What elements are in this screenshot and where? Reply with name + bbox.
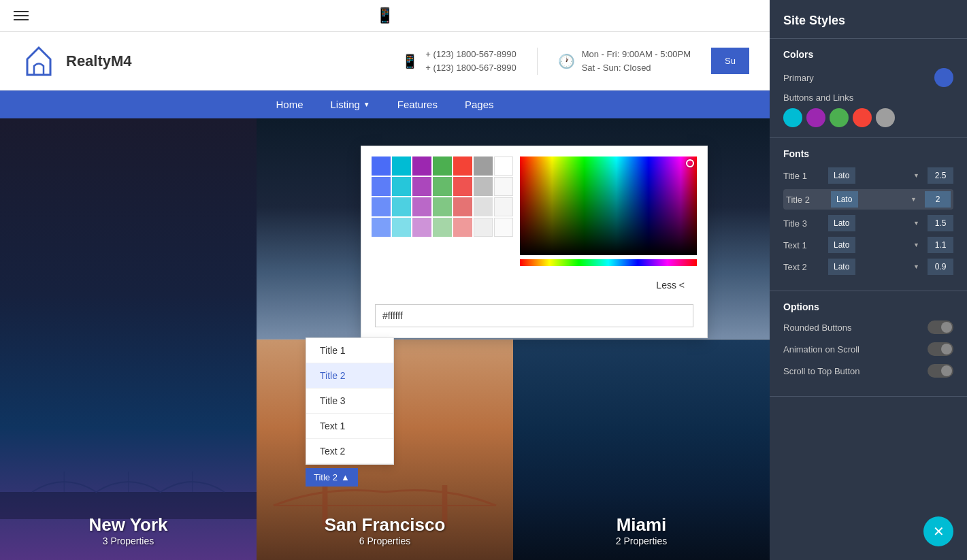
color-teal[interactable] xyxy=(783,108,802,127)
swatch[interactable] xyxy=(494,177,513,196)
nav-item-home[interactable]: Home xyxy=(276,99,303,110)
nav-item-listing[interactable]: Listing ▼ xyxy=(331,99,370,110)
city-card-new-york[interactable]: New York 3 Properties xyxy=(0,118,257,560)
gradient-cursor xyxy=(686,159,694,167)
font-dropdown-title1[interactable]: Title 1 xyxy=(306,338,393,363)
swatch[interactable] xyxy=(412,157,431,176)
color-picker-top xyxy=(372,157,697,266)
swatch[interactable] xyxy=(453,177,472,196)
primary-color-swatch[interactable] xyxy=(934,68,953,87)
clock-icon: 🕐 xyxy=(558,53,575,69)
font-dropdown-text2[interactable]: Text 2 xyxy=(306,439,393,464)
swatch[interactable] xyxy=(494,197,513,216)
font-dropdown-title2[interactable]: Title 2 xyxy=(306,363,393,389)
less-button[interactable]: Less < xyxy=(651,274,690,296)
font-row-title1: Title 1 Lato xyxy=(783,167,953,184)
color-green[interactable] xyxy=(830,108,849,127)
font-label-title1: Title 1 xyxy=(783,171,824,181)
swatch[interactable] xyxy=(392,218,411,237)
font-size-title3[interactable] xyxy=(928,215,953,231)
hex-input[interactable] xyxy=(375,304,693,327)
swatch[interactable] xyxy=(474,177,493,196)
font-dropdown-popup[interactable]: Title 1 Title 2 Title 3 Text 1 Text 2 xyxy=(306,337,394,465)
swatch[interactable] xyxy=(433,157,452,176)
swatch[interactable] xyxy=(372,157,391,176)
close-button[interactable]: ✕ xyxy=(923,516,953,546)
font-size-title2[interactable] xyxy=(925,191,951,208)
swatch[interactable] xyxy=(412,218,431,237)
rounded-buttons-toggle[interactable] xyxy=(928,320,953,334)
font-select-text2-wrapper: Lato xyxy=(828,259,923,275)
rainbow-strip[interactable] xyxy=(520,259,697,266)
subscribe-button[interactable]: Su xyxy=(711,48,749,74)
contact-info: 📱 + (123) 1800-567-8990 + (123) 1800-567… xyxy=(401,48,749,75)
logo-text: RealtyM4 xyxy=(66,52,132,70)
font-label-text1: Text 1 xyxy=(783,240,824,250)
font-size-title1[interactable] xyxy=(928,167,953,184)
font-dropdown-text1[interactable]: Text 1 xyxy=(306,414,393,439)
dropdown-arrow: ▼ xyxy=(363,101,370,108)
swatch[interactable] xyxy=(453,197,472,216)
fonts-section-title: Fonts xyxy=(783,148,953,159)
scroll-top-toggle[interactable] xyxy=(928,364,953,378)
swatch[interactable] xyxy=(412,177,431,196)
color-gray[interactable] xyxy=(876,108,895,127)
miami-overlay: Miami 2 Properties xyxy=(513,514,770,546)
font-select-title3[interactable]: Lato xyxy=(828,215,855,231)
swatch[interactable] xyxy=(392,157,411,176)
swatch[interactable] xyxy=(494,218,513,237)
fonts-section: Fonts Title 1 Lato Title 2 Lato Title 3 xyxy=(770,138,967,291)
font-select-title1[interactable]: Lato xyxy=(828,167,855,184)
buttons-links-label: Buttons and Links xyxy=(783,93,953,103)
font-dropdown-title3[interactable]: Title 3 xyxy=(306,389,393,414)
nav-item-features[interactable]: Features xyxy=(397,99,438,110)
site-header: RealtyM4 📱 + (123) 1800-567-8990 + (123)… xyxy=(0,32,770,90)
swatch[interactable] xyxy=(392,177,411,196)
font-size-text2[interactable] xyxy=(928,259,953,275)
animation-scroll-toggle[interactable] xyxy=(928,342,953,356)
swatch[interactable] xyxy=(392,197,411,216)
font-size-text1[interactable] xyxy=(928,237,953,253)
logo-icon xyxy=(20,42,58,80)
swatch[interactable] xyxy=(453,157,472,176)
phone-block: 📱 + (123) 1800-567-8990 + (123) 1800-567… xyxy=(401,48,516,74)
font-select-text1[interactable]: Lato xyxy=(828,237,855,253)
colors-section: Colors Primary Buttons and Links xyxy=(770,39,967,138)
phone-icon-top: 📱 xyxy=(376,7,394,24)
gradient-canvas[interactable] xyxy=(520,157,697,255)
font-select-text1-wrapper: Lato xyxy=(828,237,923,253)
font-select-title2-wrapper: Lato xyxy=(831,191,921,208)
font-label-text2: Text 2 xyxy=(783,262,824,272)
title2-anchor[interactable]: Title 2 ▲ xyxy=(306,468,358,487)
swatch[interactable] xyxy=(494,157,513,176)
color-purple[interactable] xyxy=(806,108,825,127)
swatch[interactable] xyxy=(433,218,452,237)
hamburger-menu[interactable] xyxy=(14,11,29,20)
swatch[interactable] xyxy=(474,157,493,176)
swatch[interactable] xyxy=(433,197,452,216)
gradient-picker-area xyxy=(520,157,697,266)
swatch[interactable] xyxy=(372,218,391,237)
phone-text: + (123) 1800-567-8990 + (123) 1800-567-8… xyxy=(425,48,516,74)
swatch[interactable] xyxy=(453,218,472,237)
hours-text: Mon - Fri: 9:00AM - 5:00PM Sat - Sun: Cl… xyxy=(582,48,691,74)
nav-item-pages[interactable]: Pages xyxy=(465,99,494,110)
swatch[interactable] xyxy=(372,197,391,216)
font-select-text2[interactable]: Lato xyxy=(828,259,855,275)
font-label-title3: Title 3 xyxy=(783,218,824,229)
option-row-animation: Animation on Scroll xyxy=(783,342,953,356)
swatch[interactable] xyxy=(412,197,431,216)
swatch[interactable] xyxy=(372,177,391,196)
options-section: Options Rounded Buttons Animation on Scr… xyxy=(770,291,967,397)
swatches-area xyxy=(372,157,513,266)
primary-color-row: Primary xyxy=(783,68,953,87)
swatch[interactable] xyxy=(474,197,493,216)
swatch[interactable] xyxy=(433,177,452,196)
divider xyxy=(537,48,538,75)
scroll-top-label: Scroll to Top Button xyxy=(783,366,860,376)
city-card-miami[interactable]: Miami 2 Properties xyxy=(513,340,770,561)
swatch[interactable] xyxy=(474,218,493,237)
font-select-title2[interactable]: Lato xyxy=(831,191,858,208)
font-row-text1: Text 1 Lato xyxy=(783,237,953,253)
color-red[interactable] xyxy=(853,108,872,127)
